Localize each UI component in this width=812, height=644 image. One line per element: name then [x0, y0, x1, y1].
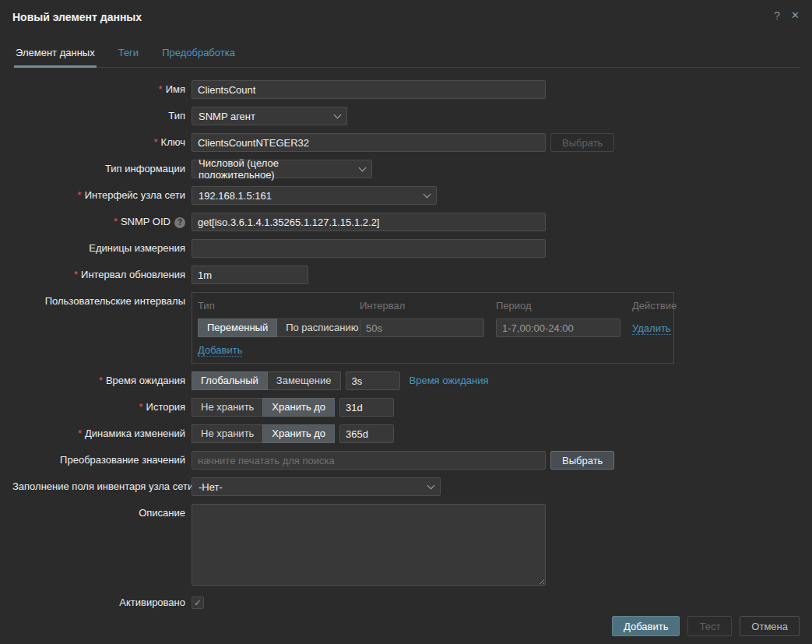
add-button[interactable]: Добавить: [612, 616, 680, 636]
row-update-interval: *Интервал обновления: [12, 266, 800, 284]
inventory-label: Заполнение поля инвентаря узла сети: [12, 477, 185, 496]
history-until-button[interactable]: Хранить до: [262, 398, 335, 417]
timeout-segment: Глобальный Замещение: [192, 371, 341, 390]
interval-type-scheduling-button[interactable]: По расписанию: [276, 318, 367, 337]
required-asterisk: *: [78, 428, 82, 439]
inventory-select-value: -Нет-: [199, 481, 223, 493]
new-item-dialog: Новый элемент данных ? ✕ Элемент данных …: [0, 0, 812, 644]
row-snmp-oid: *SNMP OID?: [12, 213, 800, 231]
chevron-down-icon: [359, 164, 367, 171]
required-asterisk: *: [154, 136, 158, 148]
required-asterisk: *: [139, 401, 143, 413]
dialog-footer: Добавить Тест Отмена: [612, 616, 800, 636]
cancel-button[interactable]: Отмена: [740, 616, 800, 636]
tab-item[interactable]: Элемент данных: [14, 40, 97, 68]
interface-select-value: 192.168.1.5:161: [199, 190, 272, 202]
custom-intervals-table: Тип Интервал Период Действие Переменный …: [192, 292, 674, 364]
key-input[interactable]: [192, 133, 546, 152]
test-button[interactable]: Тест: [687, 616, 732, 636]
item-form: *Имя Тип SNMP агент *Ключ Выбрать: [12, 80, 800, 612]
required-asterisk: *: [114, 216, 118, 227]
custom-interval-row: Переменный По расписанию Удалить: [198, 318, 668, 337]
chevron-down-icon: [424, 190, 431, 198]
chevron-down-icon: [334, 111, 342, 118]
col-header-type: Тип: [198, 300, 357, 311]
row-name: *Имя: [12, 80, 800, 99]
timeout-override-button[interactable]: Замещение: [267, 371, 341, 390]
tab-tags[interactable]: Теги: [117, 40, 140, 68]
col-header-period: Период: [496, 300, 630, 311]
row-trends: *Динамика изменений Не хранить Хранить д…: [12, 424, 800, 443]
remove-interval-link[interactable]: Удалить: [632, 322, 671, 335]
key-select-button[interactable]: Выбрать: [550, 133, 614, 152]
dialog-header-icons: ? ✕: [774, 8, 800, 22]
name-input[interactable]: [192, 80, 546, 99]
required-asterisk: *: [78, 189, 82, 201]
dialog-title: Новый элемент данных: [12, 8, 142, 23]
row-units: Единицы измерения: [12, 239, 800, 258]
info-type-label: Тип информации: [12, 160, 185, 178]
snmp-oid-help-icon[interactable]: ?: [174, 217, 185, 228]
dialog-header: Новый элемент данных ? ✕: [12, 8, 800, 23]
add-interval-link[interactable]: Добавить: [198, 344, 242, 357]
history-segment: Не хранить Хранить до: [192, 398, 335, 417]
snmp-oid-label: *SNMP OID?: [12, 213, 185, 231]
custom-intervals-label: Пользовательские интервалы: [12, 292, 185, 311]
trends-label: *Динамика изменений: [12, 424, 185, 443]
valuemap-input[interactable]: [192, 451, 546, 470]
trends-until-button[interactable]: Хранить до: [262, 424, 335, 443]
row-interface: *Интерфейс узла сети 192.168.1.5:161: [12, 186, 800, 205]
row-history: *История Не хранить Хранить до: [12, 398, 800, 417]
row-timeout: *Время ожидания Глобальный Замещение Вре…: [12, 371, 800, 390]
timeout-settings-link[interactable]: Время ожидания: [410, 371, 489, 390]
description-textarea[interactable]: [192, 504, 546, 586]
close-icon[interactable]: ✕: [791, 9, 800, 22]
units-label: Единицы измерения: [12, 239, 185, 258]
chevron-down-icon: [427, 481, 435, 489]
units-input[interactable]: [192, 239, 546, 258]
required-asterisk: *: [99, 375, 103, 386]
info-type-select[interactable]: Числовой (целое положительное): [192, 160, 372, 178]
history-input[interactable]: [339, 398, 394, 417]
update-interval-label: *Интервал обновления: [12, 266, 185, 284]
interface-label: *Интерфейс узла сети: [12, 186, 185, 205]
type-label: Тип: [12, 107, 185, 125]
name-label: *Имя: [12, 80, 185, 99]
required-asterisk: *: [74, 269, 78, 280]
description-label: Описание: [12, 504, 185, 523]
tab-bar: Элемент данных Теги Предобработка: [12, 40, 800, 68]
interval-input[interactable]: [360, 318, 484, 337]
trends-off-button[interactable]: Не хранить: [192, 424, 263, 443]
row-description: Описание: [12, 504, 800, 586]
interval-type-segment: Переменный По расписанию: [198, 318, 368, 337]
inventory-select[interactable]: -Нет-: [192, 477, 441, 496]
required-asterisk: *: [159, 83, 163, 95]
custom-intervals-header-row: Тип Интервал Период Действие: [198, 298, 668, 318]
row-custom-intervals: Пользовательские интервалы Тип Интервал …: [12, 292, 800, 364]
key-label: *Ключ: [12, 133, 185, 152]
enabled-checkbox[interactable]: ✓: [192, 596, 204, 609]
valuemap-select-button[interactable]: Выбрать: [550, 451, 614, 470]
info-type-select-value: Числовой (целое положительное): [199, 157, 352, 181]
period-input[interactable]: [496, 318, 620, 337]
row-inventory: Заполнение поля инвентаря узла сети -Нет…: [12, 477, 800, 496]
timeout-input[interactable]: [346, 371, 400, 390]
col-header-action: Действие: [632, 300, 677, 311]
row-key: *Ключ Выбрать: [12, 133, 800, 152]
update-interval-input[interactable]: [192, 266, 308, 284]
row-type: Тип SNMP агент: [12, 107, 800, 125]
row-valuemap: Преобразование значений Выбрать: [12, 451, 800, 470]
tab-preprocessing[interactable]: Предобработка: [160, 40, 237, 68]
timeout-label: *Время ожидания: [12, 371, 185, 390]
type-select[interactable]: SNMP агент: [192, 107, 347, 125]
history-off-button[interactable]: Не хранить: [192, 398, 263, 417]
snmp-oid-input[interactable]: [192, 213, 546, 231]
trends-segment: Не хранить Хранить до: [192, 424, 335, 443]
enabled-label: Активировано: [12, 593, 185, 612]
help-icon[interactable]: ?: [774, 9, 780, 22]
row-enabled: Активировано ✓: [12, 593, 800, 612]
interface-select[interactable]: 192.168.1.5:161: [192, 186, 437, 205]
interval-type-flexible-button[interactable]: Переменный: [198, 318, 277, 337]
timeout-global-button[interactable]: Глобальный: [192, 371, 268, 390]
trends-input[interactable]: [339, 424, 394, 443]
